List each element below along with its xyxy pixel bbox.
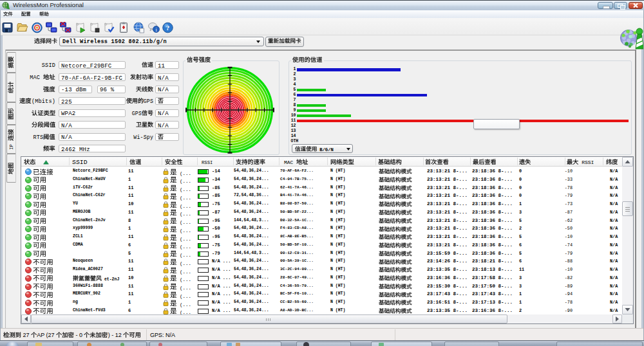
svg-text:?: ? — [166, 24, 170, 32]
